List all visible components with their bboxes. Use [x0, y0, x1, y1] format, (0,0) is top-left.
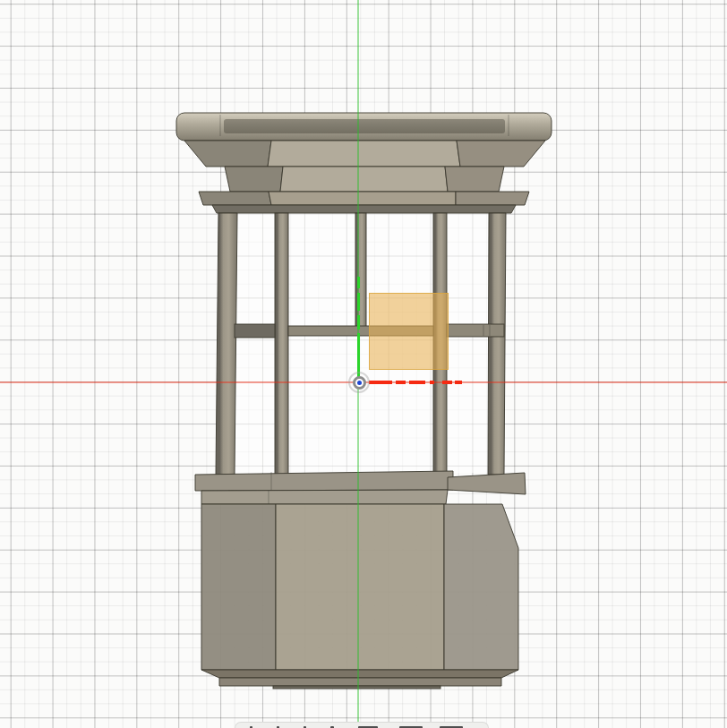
- base-left-face[interactable]: [201, 504, 276, 670]
- sill-upper-right[interactable]: [448, 473, 526, 494]
- roof-tier3-front-face[interactable]: [280, 167, 448, 192]
- x-axis-dashes: [369, 381, 462, 384]
- y-axis-dashes: [357, 277, 360, 377]
- roof-tier3-right-face[interactable]: [445, 167, 504, 192]
- roof-tier3-left-face[interactable]: [225, 167, 283, 192]
- roof-tier2-front-face[interactable]: [268, 141, 460, 167]
- plinth-bevel[interactable]: [201, 670, 518, 678]
- transom-right[interactable]: [447, 324, 504, 337]
- transom-left[interactable]: [235, 324, 275, 338]
- post-right-outer[interactable]: [488, 213, 506, 475]
- window-head-rail[interactable]: [212, 205, 516, 213]
- origin-marker[interactable]: [348, 372, 370, 393]
- sill-upper-left[interactable]: [195, 471, 453, 491]
- sill-lower[interactable]: [201, 490, 448, 504]
- base-front-face[interactable]: [276, 504, 444, 670]
- origin-dot: [357, 381, 362, 385]
- navigation-toolbar: [235, 722, 489, 728]
- post-left-outer[interactable]: [216, 213, 237, 475]
- selection-highlight: [369, 293, 449, 370]
- viewport-canvas[interactable]: [0, 0, 727, 728]
- roof-tier2-left-face[interactable]: [184, 141, 271, 167]
- model-octagonal-booth: [0, 0, 727, 728]
- roof-cornice-front-face[interactable]: [269, 192, 456, 205]
- roof-cap-shadow-band: [224, 119, 505, 133]
- roof-cornice-right-face[interactable]: [456, 192, 529, 205]
- roof-cornice-left-face[interactable]: [199, 192, 271, 205]
- base-right-face[interactable]: [444, 504, 518, 670]
- post-left-inner[interactable]: [275, 213, 288, 475]
- origin-ring: [353, 376, 366, 390]
- plinth-face[interactable]: [219, 678, 501, 686]
- roof-tier2-right-face[interactable]: [457, 141, 545, 167]
